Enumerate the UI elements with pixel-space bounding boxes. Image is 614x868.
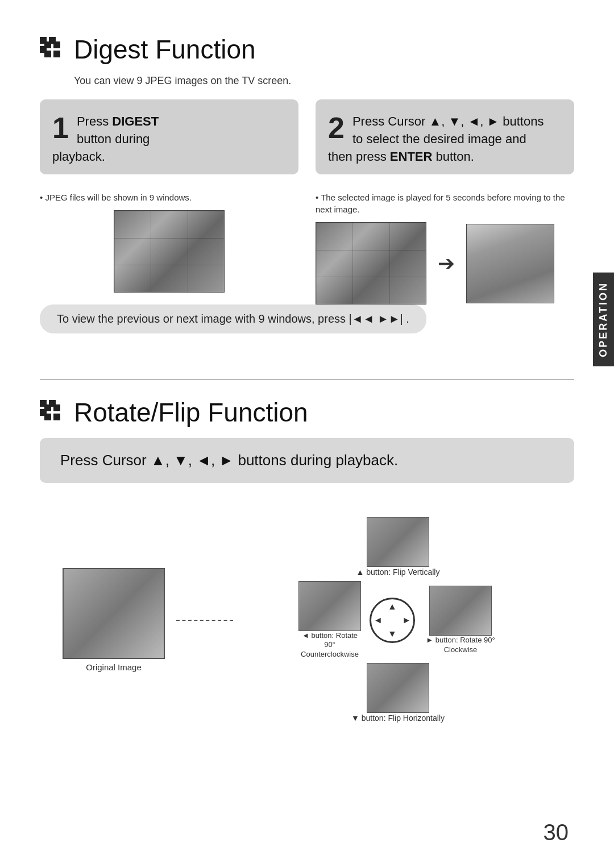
step-2-text: Press Cursor ▲, ▼, ◄, ► buttons to selec… <box>328 111 562 165</box>
step-1-text: Press DIGEST button during playback. <box>52 111 286 165</box>
svg-rect-12 <box>44 414 51 420</box>
top-image-col: ▲ button: Flip Vertically <box>356 517 440 577</box>
step-1-note: JPEG files will be shown in 9 windows. <box>40 191 298 203</box>
step-2-images: ➔ <box>316 222 574 304</box>
nav-note-text: To view the previous or next image with … <box>57 312 409 325</box>
dpad-left-arrow: ◄ <box>374 615 383 625</box>
sidebar-label: OPERATION <box>593 273 614 366</box>
svg-rect-3 <box>44 41 51 48</box>
rotate-title: Rotate/Flip Function <box>74 397 308 428</box>
section-divider <box>40 379 574 380</box>
arrow-right-icon: ➔ <box>432 252 460 276</box>
bottom-image-col: ▼ button: Flip Horizontally <box>351 663 445 723</box>
dpad-diagram: ▲ ▼ ◄ ► <box>370 598 415 643</box>
page-number: 30 <box>544 820 569 845</box>
top-image <box>367 517 429 567</box>
steps-row: 1 Press DIGEST button during playback. 2… <box>40 99 574 174</box>
right-image <box>429 586 492 636</box>
left-image <box>298 581 361 631</box>
svg-rect-4 <box>53 41 60 48</box>
dpad-circle: ▲ ▼ ◄ ► <box>370 598 415 643</box>
middle-row: ◄ button: Rotate 90° Counterclockwise ▲ … <box>296 581 500 660</box>
step-2-note: The selected image is played for 5 secon… <box>316 191 574 215</box>
left-label: ◄ button: Rotate 90° Counterclockwise <box>296 631 364 660</box>
svg-rect-6 <box>53 51 60 57</box>
step-1-detail: JPEG files will be shown in 9 windows. <box>40 191 298 304</box>
right-label: ► button: Rotate 90° Clockwise <box>421 636 500 655</box>
step-1-line2: button during <box>77 132 150 146</box>
digest-icon <box>40 37 65 62</box>
digest-subtitle: You can view 9 JPEG images on the TV scr… <box>74 75 574 87</box>
dpad-up-arrow: ▲ <box>388 602 397 612</box>
svg-rect-5 <box>44 51 51 57</box>
rotate-instruction-text: Press Cursor ▲, ▼, ◄, ► buttons during p… <box>60 452 398 469</box>
dotted-line <box>176 620 233 621</box>
svg-rect-13 <box>53 414 60 420</box>
step-1-number: 1 <box>52 113 69 143</box>
rotate-diagram: Original Image ▲ button: Flip Vertically… <box>40 506 574 735</box>
right-image-col: ► button: Rotate 90° Clockwise <box>421 586 500 655</box>
nav-note: To view the previous or next image with … <box>40 304 426 333</box>
top-label: ▲ button: Flip Vertically <box>356 567 440 577</box>
original-image <box>63 568 165 659</box>
bottom-image <box>367 663 429 713</box>
digest-bold: DIGEST <box>112 114 159 128</box>
step-1-line3: playback. <box>52 149 105 164</box>
cross-layout: ▲ button: Flip Vertically ◄ button: Rota… <box>244 517 551 723</box>
digest-section-header: Digest Function <box>40 34 574 65</box>
dpad-down-arrow: ▼ <box>388 629 397 639</box>
steps-detail-row: JPEG files will be shown in 9 windows. T… <box>40 191 574 304</box>
original-image-col: Original Image <box>63 568 165 672</box>
step-1-box: 1 Press DIGEST button during playback. <box>40 99 298 174</box>
left-image-col: ◄ button: Rotate 90° Counterclockwise <box>296 581 364 660</box>
digest-title: Digest Function <box>74 34 256 65</box>
step-2-detail: The selected image is played for 5 secon… <box>316 191 574 304</box>
rotate-section: Rotate/Flip Function Press Cursor ▲, ▼, … <box>40 397 574 735</box>
dpad-right-arrow: ► <box>402 615 411 625</box>
page-container: Digest Function You can view 9 JPEG imag… <box>0 0 614 868</box>
rotate-icon <box>40 400 65 425</box>
original-label: Original Image <box>63 662 165 672</box>
bottom-label: ▼ button: Flip Horizontally <box>351 713 445 723</box>
dotted-connector <box>176 620 233 621</box>
rotate-section-header: Rotate/Flip Function <box>40 397 574 428</box>
rotate-instruction: Press Cursor ▲, ▼, ◄, ► buttons during p… <box>40 438 574 483</box>
enter-bold: ENTER <box>390 149 433 164</box>
step-1-grid-image <box>114 210 225 293</box>
step-2-grid-image <box>316 222 426 304</box>
step-2-box: 2 Press Cursor ▲, ▼, ◄, ► buttons to sel… <box>316 99 574 174</box>
svg-rect-10 <box>44 404 51 411</box>
step-2-cat-image <box>466 224 554 303</box>
step-2-number: 2 <box>328 113 345 143</box>
step-1-image-wrap <box>40 210 298 293</box>
svg-rect-11 <box>53 404 60 411</box>
